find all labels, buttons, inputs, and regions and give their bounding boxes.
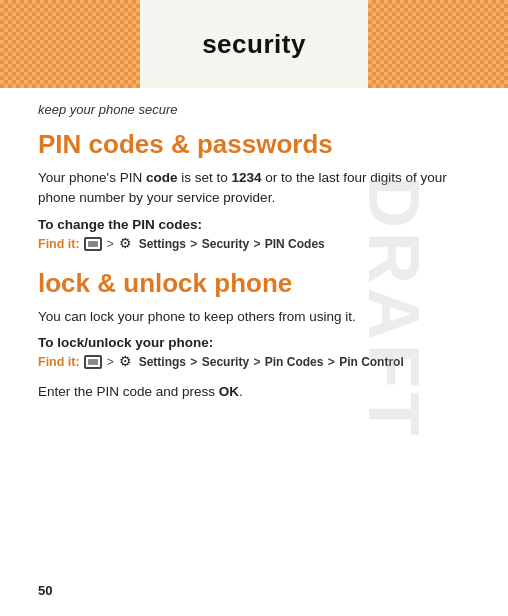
page-title: security	[0, 29, 508, 60]
section2-heading: lock & unlock phone	[38, 268, 470, 299]
section-lock-unlock: lock & unlock phone You can lock your ph…	[38, 268, 470, 399]
section2-body: You can lock your phone to keep others f…	[38, 307, 470, 327]
main-content: keep your phone secure PIN codes & passw…	[0, 88, 508, 435]
menu-icon-2	[84, 355, 102, 369]
gear-icon-2: ⚙	[119, 354, 135, 370]
section1-nav-path: Settings > Security > PIN Codes	[139, 237, 325, 251]
section2-bold-label: To lock/unlock your phone:	[38, 335, 470, 350]
page-number: 50	[38, 583, 52, 598]
section1-heading: PIN codes & passwords	[38, 129, 470, 160]
section2-nav-path: Settings > Security > Pin Codes > Pin Co…	[139, 355, 404, 369]
find-it-label-2: Find it:	[38, 355, 80, 369]
section1-bold-label: To change the PIN codes:	[38, 217, 470, 232]
section-pin-codes: PIN codes & passwords Your phone's PIN c…	[38, 129, 470, 252]
menu-icon-1	[84, 237, 102, 251]
section2-final: Enter the PIN code and press OK.	[38, 384, 470, 399]
gear-icon-1: ⚙	[119, 236, 135, 252]
header: security	[0, 0, 508, 88]
page-subtitle: keep your phone secure	[38, 102, 470, 117]
section1-find-it: Find it: > ⚙ Settings > Security > PIN C…	[38, 236, 470, 252]
section2-find-it: Find it: > ⚙ Settings > Security > Pin C…	[38, 354, 470, 370]
find-it-label-1: Find it:	[38, 237, 80, 251]
section1-body: Your phone's PIN code is set to 1234 or …	[38, 168, 470, 209]
